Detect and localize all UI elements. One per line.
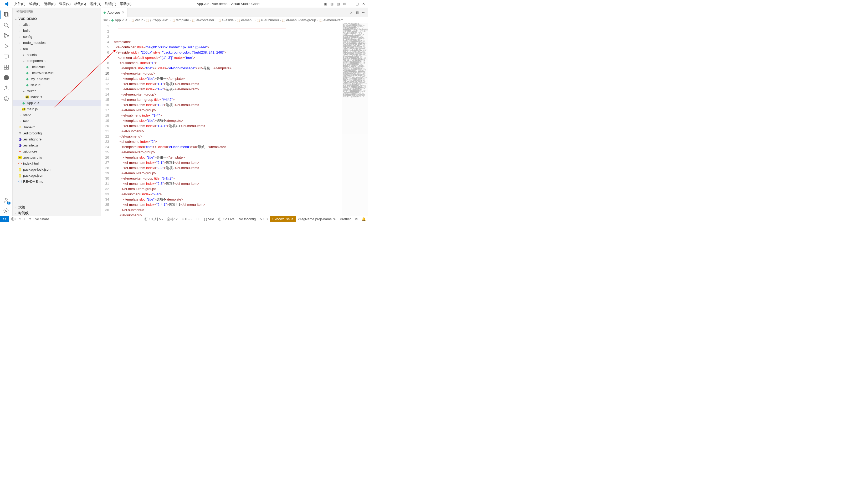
indentation[interactable]: 空格: 2 [165,216,179,222]
tree-item[interactable]: ⚙.editorconfig [13,130,101,136]
tree-item[interactable]: B.babelrc [13,124,101,130]
go-live-button[interactable]: ⦿ Go Live [216,216,237,222]
run-debug-icon[interactable] [0,41,13,51]
breadcrumb-segment[interactable]: el-aside [222,18,234,22]
tree-item[interactable]: ⌄src [13,46,101,52]
tree-item[interactable]: ›build [13,28,101,34]
layout-primary-icon[interactable]: ▣ [323,2,328,6]
menu-item[interactable]: 查看(V) [57,1,72,7]
layout-panel-icon[interactable]: ▥ [329,2,334,6]
layout-sidebar-icon[interactable]: ▤ [336,2,341,6]
source-control-icon[interactable] [0,31,13,41]
extensions-icon[interactable] [0,62,13,72]
tree-item[interactable]: ›assets [13,52,101,58]
menu-item[interactable]: 转到(G) [73,1,88,7]
language-mode[interactable]: { } Vue [202,216,216,222]
svg-rect-10 [4,68,6,69]
tree-item[interactable]: ◆MyTable.vue [13,76,101,82]
tab-app-vue[interactable]: ◆ App.vue ✕ [101,8,127,17]
tree-item[interactable]: ›test [13,118,101,124]
known-issue-warning[interactable]: 1 known issue [270,216,295,222]
accounts-icon[interactable]: 1 [0,195,13,205]
tree-item[interactable]: ◆HelloWorld.vue [13,70,101,76]
notifications-icon[interactable]: 🔔 [360,216,368,222]
file-icon: ⌄ [18,47,22,50]
breadcrumb-segment[interactable]: el-submenu [261,18,279,22]
tree-item[interactable]: ◆sh.vue [13,82,101,88]
svg-line-3 [7,26,9,28]
tree-item[interactable]: JSmain.js [13,106,101,112]
feedback-icon[interactable]: ⧉ [353,216,360,222]
github-icon[interactable] [0,72,13,83]
tree-item[interactable]: ›node_modules [13,40,101,46]
breadcrumb-segment[interactable]: App.vue [115,18,127,22]
customize-layout-icon[interactable]: ⊞ [342,2,347,6]
breadcrumb-segment[interactable]: {} "App.vue" [150,18,168,22]
tree-item[interactable]: ⌄components [13,58,101,64]
tree-item[interactable]: ◆App.vue [13,100,101,106]
sidebar-more-icon[interactable]: ⋯ [93,10,97,14]
more-actions-icon[interactable]: ⋯ [362,11,365,15]
split-editor-icon[interactable]: ▥ [356,11,359,15]
tree-item[interactable]: ⓘREADME.md [13,179,101,184]
tree-item[interactable]: ›.dist [13,21,101,28]
minimap[interactable]: <template> <el-container style="height: … [342,23,368,216]
tree-item[interactable]: ◆Hello.vue [13,64,101,70]
tree-item[interactable]: JSindex.js [13,94,101,100]
encoding[interactable]: UTF-8 [180,216,194,222]
close-icon[interactable]: ✕ [361,2,366,6]
breadcrumb-segment[interactable]: el-container [196,18,214,22]
breadcrumb-segment[interactable]: src [103,18,108,22]
tree-item[interactable]: ›config [13,34,101,40]
prettier-status[interactable]: Prettier [338,216,353,222]
menu-item[interactable]: 文件(F) [13,1,27,7]
code-editor[interactable]: 1234567891011121314151617181920212223242… [101,23,368,216]
menu-item[interactable]: 运行(R) [88,1,103,7]
outline-section-header[interactable]: › 大纲 [13,204,101,210]
version-status[interactable]: 5.1.3 [258,216,270,222]
remote-explorer-icon[interactable] [0,51,13,62]
tree-item[interactable]: ›static [13,112,101,118]
code-content[interactable]: <template> <el-container style="height: … [114,23,342,216]
tsconfig-status[interactable]: No tsconfig [237,216,258,222]
cursor-position[interactable]: 行 10, 列 55 [142,216,165,222]
live-share-button[interactable]: ⇪Live Share [27,217,51,221]
menu-item[interactable]: 编辑(E) [28,1,42,7]
breadcrumb[interactable]: src›◆ App.vue›⬚ Vetur›⬚ {} "App.vue"›⬚ t… [101,17,368,23]
tree-item[interactable]: ◕.eslintignore [13,136,101,142]
settings-gear-icon[interactable] [0,205,13,216]
project-section-header[interactable]: ⌄ VUE-DEMO [13,16,101,21]
tree-item[interactable]: {}package.json [13,173,101,179]
maximize-icon[interactable]: ▢ [355,2,360,6]
search-icon[interactable] [0,20,13,31]
file-icon: ◕ [18,143,22,147]
copilot-icon[interactable] [0,93,13,104]
problems-indicator[interactable]: ⓧ0 ⚠0 [9,217,27,221]
broadcast-icon: ⦿ [218,217,222,221]
timeline-section-header[interactable]: › 时间线 [13,210,101,216]
menu-item[interactable]: 帮助(H) [118,1,133,7]
breadcrumb-segment[interactable]: template [176,18,189,22]
tree-item[interactable]: ♦.gitignore [13,148,101,154]
tree-item[interactable]: <>index.html [13,160,101,166]
explorer-icon[interactable] [0,10,13,20]
eol[interactable]: LF [194,216,202,222]
remote-indicator-icon[interactable] [0,216,9,222]
file-icon: {} [18,167,22,172]
breadcrumb-segment[interactable]: el-menu [241,18,253,22]
menu-item[interactable]: 终端(T) [103,1,118,7]
tagname-status[interactable]: <TagName prop-name /> [296,216,338,222]
minimize-icon[interactable]: — [348,2,353,6]
breadcrumb-segment[interactable]: Vetur [135,18,143,22]
breadcrumb-segment[interactable]: el-menu-item-group [286,18,316,22]
share-icon[interactable] [0,83,13,93]
close-tab-icon[interactable]: ✕ [122,11,124,15]
run-icon[interactable]: ▷ [350,11,353,15]
tree-item[interactable]: ◕.eslintrc.js [13,142,101,148]
tree-item[interactable]: JS.postcssrc.js [13,154,101,160]
tree-item[interactable]: {}package-lock.json [13,166,101,173]
menu-item[interactable]: 选择(S) [42,1,57,7]
svg-rect-12 [6,65,8,67]
breadcrumb-segment[interactable]: el-menu-item [324,18,343,22]
tree-item[interactable]: ⌄router [13,88,101,94]
